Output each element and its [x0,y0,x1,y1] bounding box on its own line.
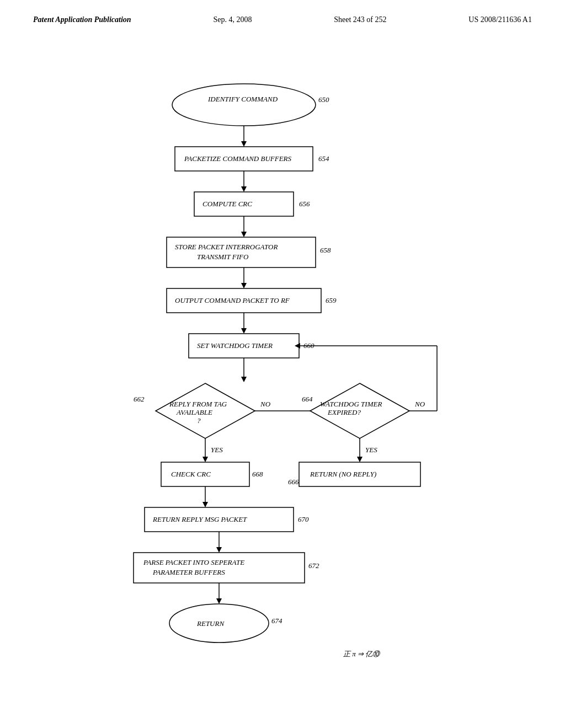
node-666-label: RETURN (NO REPLY) [310,470,376,478]
arrowhead-658-659 [241,283,247,288]
node-654-label: PACKETIZE COMMAND BUFFERS [184,154,292,163]
sheet-info: Sheet 243 of 252 [334,15,386,24]
node-650 [172,84,316,126]
ref-664: 664 [302,395,313,403]
yes-label-664: YES [365,446,377,454]
ref-670: 670 [298,515,309,523]
ref-668: 668 [252,470,263,478]
arrowhead-670-672 [216,547,222,553]
node-662-label-3: ? [197,416,201,425]
node-664-label-2: EXPIRED? [327,408,361,416]
node-650-label: IDENTIFY COMMAND [207,95,278,103]
arrowhead-654-656 [241,186,247,192]
node-670-label: RETURN REPLY MSG PACKET [152,515,247,523]
node-660-label: SET WATCHDOG TIMER [197,341,273,350]
flowchart: IDENTIFY COMMAND 650 PACKETIZE COMMAND B… [89,72,476,692]
ref-658: 658 [320,246,331,254]
arrowhead-660-662 [241,377,247,382]
ref-662: 662 [134,395,145,403]
node-672-label-2: PARAMETER BUFFERS [152,568,225,576]
publication-label: Patent Application Publication [33,15,131,24]
header-date: Sep. 4, 2008 [213,15,252,24]
no-label-664: NO [414,400,425,408]
node-662-label-2: AVAILABLE [176,408,212,416]
ref-650: 650 [318,95,329,104]
ref-672: 672 [308,561,319,570]
node-658-label-1: STORE PACKET INTERROGATOR [175,243,278,251]
ref-666: 666 [288,478,299,486]
node-668-label: CHECK CRC [171,470,211,478]
arrowhead-656-658 [241,232,247,237]
arrowhead-668-670 [202,502,208,507]
arrowhead-672-674 [216,598,222,604]
page-header: Patent Application Publication Sep. 4, 2… [0,0,565,24]
ref-659: 659 [326,296,337,304]
no-label-662: NO [260,400,271,408]
arrowhead-662-668 [202,457,208,462]
yes-label-662: YES [211,446,223,454]
watermark: 正 π ⇒ 亿⑩ [343,650,381,658]
ref-654: 654 [318,154,329,163]
node-658-label-2: TRANSMIT FIFO [197,253,249,261]
node-659-label: OUTPUT COMMAND PACKET TO RF [175,296,290,304]
patent-number: US 2008/211636 A1 [468,15,532,24]
arrowhead-659-660 [241,328,247,334]
arrowhead-664-666 [357,457,363,462]
node-662-label-1: REPLY FROM TAG [169,400,227,408]
arrowhead-650-654 [241,141,247,147]
ref-674: 674 [271,617,282,625]
node-674-label: RETURN [196,619,225,628]
node-656-label: COMPUTE CRC [202,200,252,208]
node-664-label-1: WATCHDOG TIMER [320,400,382,408]
ref-656: 656 [299,200,310,208]
node-672-label-1: PARSE PACKET INTO SEPERATE [143,558,244,566]
